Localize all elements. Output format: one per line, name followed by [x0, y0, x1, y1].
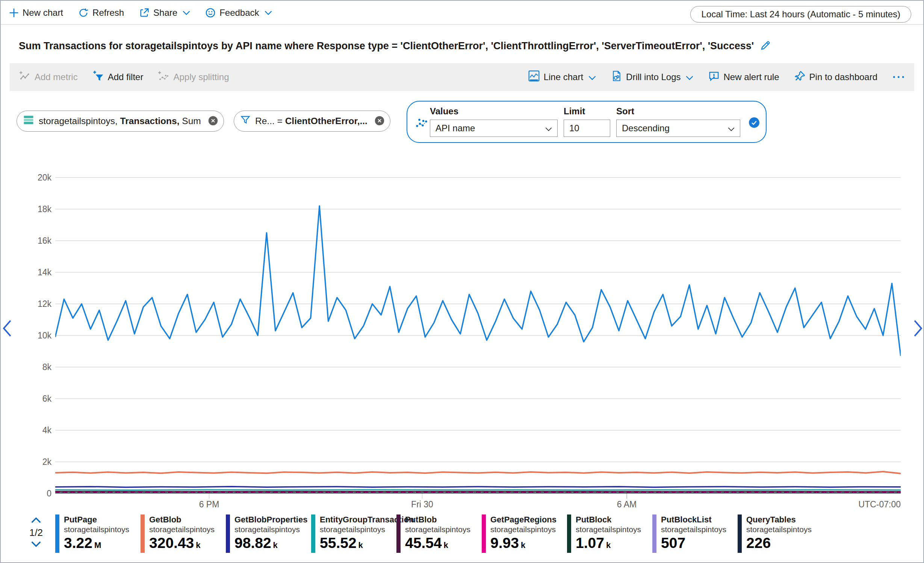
- y-axis-tick: 6k: [21, 393, 51, 404]
- smiley-icon: [205, 8, 216, 18]
- y-axis-tick: 20k: [21, 172, 51, 183]
- metrics-line-chart[interactable]: [55, 166, 901, 493]
- pin-to-dashboard-button[interactable]: Pin to dashboard: [794, 70, 877, 84]
- funnel-plus-icon: [93, 70, 104, 84]
- refresh-button[interactable]: Refresh: [78, 8, 124, 18]
- chevron-down-icon: [183, 11, 190, 15]
- series-color-swatch: [567, 514, 571, 553]
- top-toolbar: New chart Refresh Share Feedback: [9, 4, 272, 22]
- add-metric-button[interactable]: Add metric: [20, 70, 78, 84]
- x-axis-tickmark: [422, 493, 423, 499]
- legend-item[interactable]: GetPageRegions storagetailspintoys 9.93k: [482, 514, 567, 554]
- sort-select[interactable]: Descending: [616, 120, 740, 137]
- series-account: storagetailspintoys: [234, 525, 300, 534]
- series-total: 55.52k: [320, 535, 363, 551]
- legend-item[interactable]: EntityGroupTransaction storagetailspinto…: [311, 514, 396, 554]
- chart-legend: PutPage storagetailspintoys 3.22M GetBlo…: [55, 514, 823, 554]
- more-options-button[interactable]: ···: [892, 73, 906, 81]
- series-name: PutPage: [64, 515, 97, 524]
- remove-filter-button[interactable]: [374, 115, 385, 127]
- series-color-swatch: [55, 514, 59, 553]
- series-color-swatch: [226, 514, 230, 553]
- legend-item[interactable]: QueryTables storagetailspintoys 226: [738, 514, 823, 554]
- legend-page-down-button[interactable]: [31, 541, 41, 548]
- series-total: 3.22M: [64, 535, 101, 551]
- sort-label: Sort: [616, 106, 634, 117]
- add-metric-icon: [20, 70, 31, 84]
- y-axis-tick: 10k: [21, 330, 51, 341]
- chevron-down-icon: [588, 72, 596, 82]
- x-axis-tick: 6 AM: [600, 499, 653, 510]
- chevron-right-icon: [913, 332, 923, 338]
- pencil-icon: [760, 47, 771, 52]
- y-axis-tick: 2k: [21, 457, 51, 467]
- metric-pill-text: storagetailspintoys, Transactions, Sum: [39, 116, 201, 126]
- next-chart-button[interactable]: [913, 320, 923, 338]
- y-axis-tick: 14k: [21, 267, 51, 278]
- remove-metric-button[interactable]: [208, 115, 218, 127]
- plus-icon: [9, 8, 19, 18]
- add-filter-button[interactable]: Add filter: [93, 70, 144, 84]
- legend-page-indicator: 1/2: [29, 527, 43, 539]
- legend-pager: 1/2: [26, 517, 46, 548]
- y-axis-tick: 12k: [21, 299, 51, 309]
- toolbar-divider: [1, 24, 923, 25]
- line-chart-icon: [528, 70, 540, 84]
- chevron-left-icon: [2, 332, 12, 338]
- limit-input[interactable]: [564, 120, 610, 137]
- chart-type-button[interactable]: Line chart: [528, 70, 596, 84]
- check-circle-icon: [749, 124, 760, 129]
- series-total: 320.43k: [149, 535, 201, 551]
- x-axis-tick: 6 PM: [183, 499, 236, 510]
- feedback-label: Feedback: [219, 8, 259, 18]
- series-account: storagetailspintoys: [490, 525, 556, 534]
- values-label: Values: [430, 106, 458, 117]
- new-alert-rule-button[interactable]: New alert rule: [708, 70, 779, 84]
- series-total: 45.54k: [405, 535, 448, 551]
- apply-splitting-label: Apply splitting: [173, 72, 229, 82]
- alert-icon: [708, 70, 720, 84]
- legend-item[interactable]: GetBlobProperties storagetailspintoys 98…: [226, 514, 311, 554]
- previous-chart-button[interactable]: [2, 320, 12, 338]
- apply-splitting-button[interactable]: Apply splitting: [158, 70, 229, 84]
- legend-page-up-button[interactable]: [31, 517, 41, 524]
- legend-item[interactable]: PutBlockList storagetailspintoys 507: [652, 514, 738, 554]
- feedback-button[interactable]: Feedback: [205, 8, 272, 18]
- legend-item[interactable]: PutBlob storagetailspintoys 45.54k: [396, 514, 482, 554]
- legend-item[interactable]: PutPage storagetailspintoys 3.22M: [55, 514, 141, 554]
- drill-into-logs-button[interactable]: Drill into Logs: [611, 70, 693, 84]
- pin-to-dashboard-label: Pin to dashboard: [809, 72, 877, 82]
- time-range-button[interactable]: Local Time: Last 24 hours (Automatic - 5…: [690, 6, 911, 23]
- chart-type-label: Line chart: [544, 72, 583, 82]
- values-select[interactable]: API name: [430, 120, 558, 137]
- series-account: storagetailspintoys: [576, 525, 641, 534]
- series-name: GetPageRegions: [490, 515, 557, 524]
- sort-selected: Descending: [622, 123, 670, 134]
- x-axis-tickmark: [209, 493, 210, 499]
- splitting-panel: Values API name Limit Sort Descending: [407, 101, 767, 143]
- series-color-swatch: [141, 514, 145, 553]
- series-name: PutBlockList: [661, 515, 711, 524]
- split-network-icon: [415, 116, 428, 131]
- series-name: PutBlock: [576, 515, 611, 524]
- edit-title-button[interactable]: [759, 39, 772, 53]
- share-button[interactable]: Share: [139, 8, 190, 18]
- series-total: 226: [746, 535, 773, 551]
- filter-pill[interactable]: Re... = ClientOtherError,...: [234, 111, 390, 132]
- legend-item[interactable]: GetBlob storagetailspintoys 320.43k: [141, 514, 226, 554]
- splitting-icon: [158, 70, 169, 84]
- storage-account-icon: [23, 114, 34, 128]
- x-axis-tick: Fri 30: [396, 499, 449, 510]
- refresh-label: Refresh: [92, 8, 124, 18]
- series-account: storagetailspintoys: [64, 525, 129, 534]
- share-icon: [139, 8, 150, 18]
- legend-item[interactable]: PutBlock storagetailspintoys 1.07k: [567, 514, 652, 554]
- y-axis-tick: 0: [21, 488, 51, 499]
- refresh-icon: [78, 8, 89, 18]
- apply-splitting-confirm-button[interactable]: [749, 117, 760, 129]
- metric-pill[interactable]: storagetailspintoys, Transactions, Sum: [17, 111, 224, 132]
- chevron-down-icon: [31, 541, 41, 548]
- series-account: storagetailspintoys: [405, 525, 470, 534]
- series-color-swatch: [652, 514, 656, 553]
- new-chart-button[interactable]: New chart: [9, 8, 63, 18]
